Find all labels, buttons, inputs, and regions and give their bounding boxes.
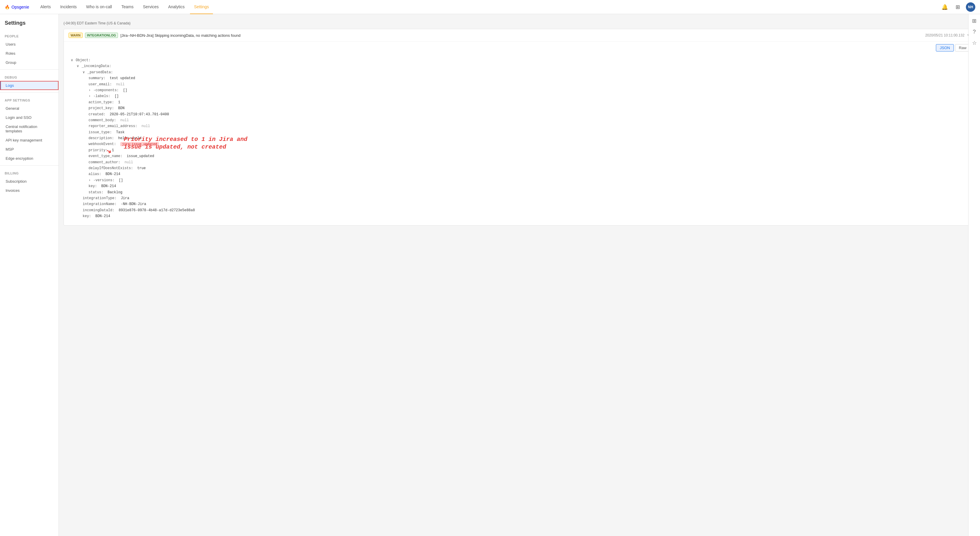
brand-logo[interactable]: 🔥 Opsgenie [5,5,29,10]
help-icon[interactable]: ? [973,29,975,35]
layout-icon[interactable]: ⊞ [972,17,977,24]
action-type-row: action_type: 1 [89,99,968,105]
user-avatar[interactable]: NH [966,2,975,12]
sidebar-divider-2 [0,92,59,93]
reporter-email-row: reporter_email_address: null [89,123,968,129]
incoming-data-row: ∨ _incomingData: [77,63,968,69]
annotation-text: Priority increased to 1 in Jira and issu… [124,136,265,151]
project-key-row: project_key: BDN [89,105,968,111]
user-email-row: user_email: null [89,81,968,87]
status-row: status: Backlog [89,189,968,195]
log-card-header[interactable]: WARN INTEGRATIONLOG [Jira--NH-BDN-Jira] … [64,29,975,42]
sidebar-item-group[interactable]: Group [0,58,59,67]
log-entry-card: WARN INTEGRATIONLOG [Jira--NH-BDN-Jira] … [64,29,975,226]
page-layout: Settings PEOPLE Users Roles Group DEBUG … [0,14,980,536]
nav-items: Alerts Incidents Who is on-call Teams Se… [36,0,940,14]
nav-teams[interactable]: Teams [117,0,138,14]
sidebar-item-api-key[interactable]: API key management [0,136,59,145]
summary-row: summary: test updated [89,75,968,81]
json-view-button[interactable]: JSON [936,44,954,51]
sidebar-item-users[interactable]: Users [0,40,59,49]
versions-row: › -versions: [] [89,177,968,183]
sidebar-section-debug: DEBUG [0,72,59,81]
components-row: › -components: [] [89,87,968,93]
sidebar-item-roles[interactable]: Roles [0,49,59,58]
alias-row: alias: BDN-214 [89,171,968,177]
sidebar-title: Settings [0,20,59,31]
nav-analytics[interactable]: Analytics [164,0,189,14]
nav-services[interactable]: Services [139,0,163,14]
integration-name-row: integrationName: -NH-BDN-Jira [83,201,968,207]
logo-icon: 🔥 [5,5,10,10]
brand-name: Opsgenie [11,5,29,10]
created-row: created: 2020-05-21T10:07:43.701-0400 [89,111,968,118]
log-message: [Jira--NH-BDN-Jira] Skipping incomingDat… [120,33,923,38]
json-object-label: ∨ Object: [71,57,968,63]
settings-sidebar: Settings PEOPLE Users Roles Group DEBUG … [0,14,59,536]
sidebar-item-edge-encryption[interactable]: Edge encryption [0,154,59,163]
labels-row: › -labels: [] [89,93,968,99]
apps-button[interactable]: ⊞ [953,2,963,12]
sidebar-section-app-settings: APP SETTINGS [0,95,59,104]
log-level-badge: WARN [68,33,83,38]
log-json-body: ∨ Object: ∨ _incomingData: ∨ _parsedData… [64,54,975,225]
parsed-data-row: ∨ _parsedData: [83,70,968,75]
sidebar-item-general[interactable]: General [0,104,59,113]
issue-type-row: issue_type: Task [89,129,968,135]
sidebar-item-login-sso[interactable]: Login and SSO [0,113,59,122]
top-navigation: 🔥 Opsgenie Alerts Incidents Who is on-ca… [0,0,980,14]
incoming-data-id-row: incomingDataId: 8931e876-0978-4b48-a17d-… [83,207,968,213]
sidebar-item-logs[interactable]: Logs [0,81,59,90]
sidebar-section-billing: BILLING [0,168,59,177]
sidebar-section-people: PEOPLE [0,31,59,40]
priority-row: priority: 1 ➜ Priority increased to 1 in… [89,147,968,153]
main-content: (-04:00) EDT Eastern Time (US & Canada) … [59,14,980,536]
key2-row: key: BDN-214 [83,213,968,219]
sidebar-item-invoices[interactable]: Invoices [0,186,59,195]
log-timestamp: 2020/05/21 10:11:00.132 [925,33,964,37]
integration-type-row: integrationType: Jira [83,195,968,201]
nav-alerts[interactable]: Alerts [36,0,55,14]
log-integration-badge: INTEGRATIONLOG [85,33,118,38]
event-type-name-row: event_type_name: issue_updated [89,153,968,159]
sidebar-item-subscription[interactable]: Subscription [0,177,59,186]
comment-author-row: comment_author: null [89,159,968,165]
timezone-display: (-04:00) EDT Eastern Time (US & Canada) [64,19,975,29]
notifications-button[interactable]: 🔔 [940,2,950,12]
view-toggle-group: JSON Raw [64,42,975,54]
sidebar-item-msp[interactable]: MSP [0,145,59,154]
comment-body-row: comment_body: null [89,118,968,123]
nav-settings[interactable]: Settings [190,0,213,14]
nav-who-is-on-call[interactable]: Who is on-call [82,0,116,14]
sidebar-item-notification-templates[interactable]: Central notification templates [0,122,59,136]
key-row: key: BDN-214 [89,183,968,189]
nav-right-actions: 🔔 ⊞ NH [940,2,975,12]
star-icon[interactable]: ☆ [972,40,977,46]
delay-row: delayIfDoesNotExists: true [89,165,968,171]
right-sidebar: ⊞ ? ☆ [968,14,980,536]
nav-incidents[interactable]: Incidents [56,0,81,14]
